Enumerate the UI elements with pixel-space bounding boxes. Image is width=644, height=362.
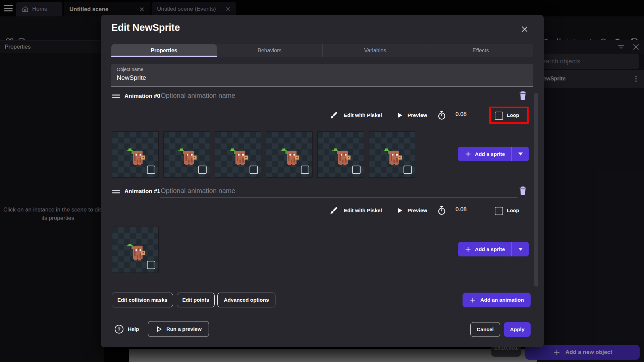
- dialog-scrollbar[interactable]: [534, 93, 538, 287]
- frame-select-checkbox[interactable]: [404, 166, 412, 174]
- pig-sprite-image: [382, 147, 402, 167]
- pig-sprite-image: [280, 147, 299, 167]
- time-between-frames-value: 0.08: [455, 206, 467, 213]
- dialog-tab-bar: Properties Behaviors Variables Effects: [111, 44, 533, 57]
- animation-name-input[interactable]: Optional animation name: [160, 91, 518, 102]
- plus-icon: [465, 246, 472, 253]
- time-between-frames-input[interactable]: 0.08: [454, 108, 487, 121]
- stopwatch-icon: [437, 107, 446, 124]
- animation-block-0: Animation #0 Optional animation name Edi…: [101, 91, 544, 170]
- add-sprite-button[interactable]: Add a sprite: [458, 242, 529, 256]
- delete-animation-icon[interactable]: [519, 186, 528, 196]
- loop-label: Loop: [507, 112, 519, 118]
- cancel-button[interactable]: Cancel: [470, 322, 500, 337]
- sprite-frame-thumbnail[interactable]: [112, 227, 159, 273]
- frame-select-checkbox[interactable]: [301, 166, 309, 174]
- play-icon: [396, 202, 404, 219]
- frame-select-checkbox[interactable]: [147, 166, 155, 174]
- brush-icon: [329, 107, 338, 124]
- chevron-down-icon: [518, 153, 523, 156]
- delete-animation-icon[interactable]: [519, 90, 528, 101]
- sprite-frame-thumbnail[interactable]: [215, 131, 261, 178]
- tab-properties[interactable]: Properties: [111, 44, 217, 57]
- run-a-preview-button[interactable]: Run a preview: [148, 321, 209, 337]
- drag-handle-icon[interactable]: [112, 95, 120, 100]
- edit-object-dialog: Edit NewSprite Properties Behaviors Vari…: [101, 15, 544, 347]
- add-sprite-dropdown[interactable]: [512, 242, 529, 256]
- tab-variables[interactable]: Variables: [322, 44, 428, 57]
- frame-select-checkbox[interactable]: [250, 166, 258, 174]
- add-sprite-dropdown[interactable]: [512, 147, 529, 161]
- frames-row: [112, 131, 415, 178]
- preview-button[interactable]: Preview: [408, 202, 427, 219]
- animation-controls: Edit with Piskel Preview 0.08 Loop: [101, 202, 533, 219]
- time-between-frames-value: 0.08: [455, 111, 467, 118]
- time-between-frames-input[interactable]: 0.08: [454, 203, 487, 216]
- loop-highlight-box: Loop: [489, 107, 529, 124]
- loop-checkbox[interactable]: [495, 112, 503, 120]
- sprite-frame-thumbnail[interactable]: [163, 131, 210, 178]
- advanced-options-button[interactable]: Advanced options: [217, 293, 275, 307]
- edit-collision-masks-button[interactable]: Edit collision masks: [112, 293, 173, 307]
- help-label: Help: [128, 326, 139, 332]
- sprite-frame-thumbnail[interactable]: [369, 131, 415, 178]
- dialog-title: Edit NewSprite: [111, 22, 180, 33]
- brush-icon: [329, 202, 338, 219]
- edit-with-piskel-button[interactable]: Edit with Piskel: [344, 107, 382, 124]
- pig-sprite-image: [177, 147, 197, 167]
- plus-icon: [465, 150, 472, 158]
- tab-effects[interactable]: Effects: [428, 44, 533, 57]
- pig-sprite-image: [331, 147, 351, 167]
- pig-sprite-image: [228, 147, 248, 167]
- sprite-frame-thumbnail[interactable]: [317, 131, 364, 178]
- add-sprite-button[interactable]: Add a sprite: [458, 147, 529, 161]
- close-dialog-icon[interactable]: [520, 24, 531, 36]
- animation-label: Animation #1: [124, 188, 160, 195]
- animation-name-placeholder: Optional animation name: [161, 92, 235, 100]
- animation-block-1: Animation #1 Optional animation name Edi…: [101, 186, 544, 265]
- frame-select-checkbox[interactable]: [147, 261, 155, 269]
- help-icon: ?: [115, 325, 123, 334]
- frame-select-checkbox[interactable]: [198, 166, 207, 174]
- pig-sprite-image: [126, 242, 145, 262]
- animation-name-placeholder: Optional animation name: [161, 187, 235, 195]
- object-name-field[interactable]: Object name NewSprite: [111, 64, 533, 86]
- loop-label: Loop: [507, 207, 519, 213]
- object-name-field-label: Object name: [117, 67, 143, 72]
- play-outline-icon: [155, 325, 163, 333]
- frames-row: [112, 227, 159, 273]
- help-button[interactable]: ? Help: [115, 321, 139, 337]
- add-animation-button[interactable]: Add an animation: [463, 293, 531, 307]
- loop-control: Loop: [489, 202, 529, 219]
- loop-checkbox[interactable]: [495, 207, 503, 215]
- object-name-field-value: NewSprite: [117, 74, 146, 81]
- animation-name-input[interactable]: Optional animation name: [160, 186, 518, 197]
- chevron-down-icon: [518, 248, 523, 251]
- add-sprite-label: Add a sprite: [475, 151, 505, 157]
- animation-controls: Edit with Piskel Preview 0.08 Loop: [101, 107, 533, 124]
- edit-points-button[interactable]: Edit points: [177, 293, 215, 307]
- plus-icon: [469, 297, 476, 304]
- preview-button[interactable]: Preview: [408, 107, 427, 124]
- edit-with-piskel-button[interactable]: Edit with Piskel: [344, 202, 382, 219]
- animation-header: Animation #1 Optional animation name: [101, 186, 533, 198]
- play-icon: [396, 107, 404, 124]
- pig-sprite-image: [126, 147, 145, 167]
- sprite-frame-thumbnail[interactable]: [112, 131, 159, 178]
- animation-label: Animation #0: [124, 93, 160, 100]
- apply-button[interactable]: Apply: [504, 322, 531, 337]
- stopwatch-icon: [437, 202, 446, 219]
- animation-header: Animation #0 Optional animation name: [101, 91, 533, 103]
- drag-handle-icon[interactable]: [112, 190, 120, 195]
- sprite-frame-thumbnail[interactable]: [266, 131, 313, 178]
- add-sprite-label: Add a sprite: [475, 246, 505, 252]
- frame-select-checkbox[interactable]: [352, 166, 361, 174]
- tab-behaviors[interactable]: Behaviors: [217, 44, 322, 57]
